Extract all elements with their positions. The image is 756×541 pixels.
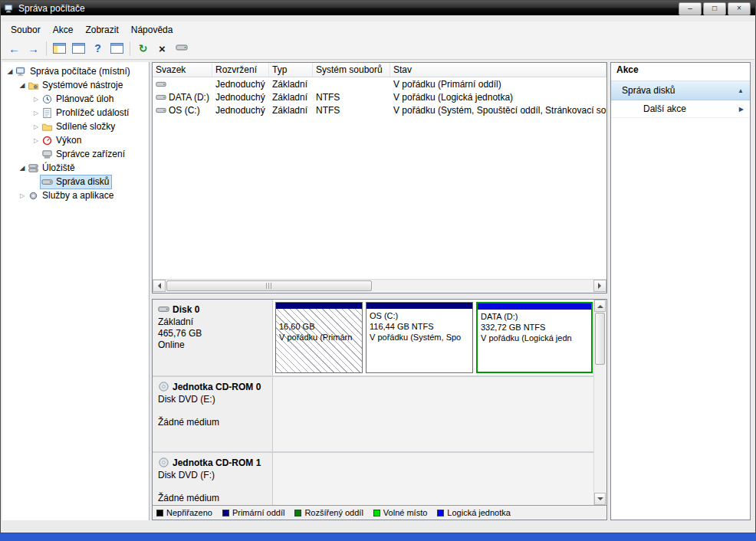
cdrom1-header[interactable]: Jednotka CD-ROM 1 Disk DVD (F:) Žádné mé… bbox=[153, 453, 273, 505]
scroll-right-button[interactable] bbox=[593, 280, 606, 292]
computer-icon bbox=[15, 66, 27, 77]
taskbar-strip bbox=[0, 533, 756, 541]
action-label: Správa disků bbox=[622, 85, 675, 96]
tree-item-label: Úložiště bbox=[42, 162, 75, 173]
menu-napoveda[interactable]: Nápověda bbox=[125, 22, 179, 38]
legend-label: Rozšířený oddíl bbox=[304, 508, 363, 517]
menu-zobrazit[interactable]: Zobrazit bbox=[79, 22, 124, 38]
scrollbar-track[interactable] bbox=[166, 280, 593, 293]
maximize-button[interactable]: □ bbox=[703, 2, 726, 15]
toolbar-separator bbox=[130, 41, 130, 56]
scroll-up-button[interactable] bbox=[594, 300, 606, 312]
tree-collapse-icon[interactable]: ▷ bbox=[31, 96, 41, 103]
primary-partition-bar bbox=[366, 303, 472, 309]
cdrom0-header[interactable]: Jednotka CD-ROM 0 Disk DVD (E:) Žádné mé… bbox=[153, 377, 273, 451]
column-header-system-souboru[interactable]: Systém souborů bbox=[313, 63, 390, 77]
volume-fs: NTFS bbox=[313, 105, 390, 116]
tree-item-prohlizec-udalosti[interactable]: ▷ Prohlížeč událostí bbox=[2, 106, 149, 120]
partition-status: V pořádku (Systém, Spo bbox=[370, 332, 469, 343]
close-button[interactable]: × bbox=[728, 2, 751, 15]
tree-expand-icon[interactable]: ◢ bbox=[18, 164, 27, 172]
tree-item-systemove-nastroje[interactable]: ◢ Systémové nástroje bbox=[2, 78, 149, 92]
horizontal-scrollbar[interactable] bbox=[153, 279, 606, 293]
tree-item-vykon[interactable]: ▷ Výkon bbox=[2, 133, 149, 147]
tree-collapse-icon[interactable]: ▷ bbox=[18, 192, 27, 199]
volume-row-data-d[interactable]: DATA (D:) Jednoduchý Základní NTFS V poř… bbox=[153, 90, 606, 103]
scroll-right-icon bbox=[598, 283, 604, 289]
volume-row-os-c[interactable]: OS (C:) Jednoduchý Základní NTFS V pořád… bbox=[153, 103, 606, 116]
collapse-chevron-icon[interactable]: ▲ bbox=[738, 87, 744, 94]
extended-partition-swatch-icon bbox=[294, 510, 301, 516]
scrollbar-thumb[interactable] bbox=[595, 313, 605, 365]
scroll-down-icon bbox=[597, 497, 603, 503]
tree-item-sluzby-a-aplikace[interactable]: ▷ Služby a aplikace bbox=[2, 189, 149, 202]
back-button[interactable]: ← bbox=[5, 40, 23, 57]
show-console-tree-button[interactable] bbox=[51, 40, 68, 57]
delete-button[interactable]: × bbox=[153, 40, 171, 57]
disk0-header[interactable]: Disk 0 Základní 465,76 GB Online bbox=[153, 300, 273, 375]
partition-os-c[interactable]: OS (C:) 116,44 GB NTFS V pořádku (Systém… bbox=[366, 302, 473, 373]
tree-collapse-icon[interactable]: ▷ bbox=[31, 110, 41, 116]
partition-size: 332,72 GB NTFS bbox=[481, 322, 588, 333]
hard-disk-icon bbox=[158, 303, 169, 315]
cd-rom-icon bbox=[158, 381, 169, 392]
tree-item-label: Správa disků bbox=[56, 176, 109, 187]
tree-item-planovac-uloh[interactable]: ▷ Plánovač úloh bbox=[2, 92, 149, 106]
column-header-svazek[interactable]: Svazek bbox=[153, 63, 212, 77]
action-dalsi-akce[interactable]: Další akce ▶ bbox=[611, 100, 750, 118]
volume-fs: NTFS bbox=[313, 92, 390, 103]
show-action-pane-button[interactable] bbox=[108, 40, 126, 57]
tree-item-sprava-disku[interactable]: Správa disků bbox=[2, 175, 149, 189]
legend-item-logicka-jednotka: Logická jednotka bbox=[437, 508, 511, 517]
tree-item-sdilene-slozky[interactable]: ▷ Sdílené složky bbox=[2, 120, 149, 133]
forward-button[interactable]: → bbox=[25, 40, 42, 57]
partition-data-d[interactable]: DATA (D:) 332,72 GB NTFS V pořádku (Logi… bbox=[476, 302, 593, 373]
vertical-scrollbar[interactable] bbox=[593, 300, 606, 505]
caption-buttons: – □ × bbox=[679, 2, 751, 15]
tree-collapse-icon[interactable]: ▷ bbox=[31, 137, 41, 144]
tree-item-label: Plánovač úloh bbox=[56, 93, 113, 104]
refresh-button[interactable]: ↻ bbox=[134, 40, 152, 57]
disk-type: Disk DVD (E:) bbox=[158, 394, 267, 405]
primary-partition-swatch-icon bbox=[222, 510, 229, 516]
disk-rows: Disk 0 Základní 465,76 GB Online 16,60 G… bbox=[153, 300, 594, 505]
action-sprava-disku[interactable]: Správa disků ▲ bbox=[611, 81, 750, 100]
menu-soubor[interactable]: Soubor bbox=[5, 22, 47, 38]
tree-expand-icon[interactable]: ◢ bbox=[5, 67, 15, 75]
volume-row-unnamed[interactable]: Jednoduchý Základní V pořádku (Primární … bbox=[153, 77, 606, 90]
volume-status: V pořádku (Logická jednotka) bbox=[390, 92, 606, 103]
scroll-down-button[interactable] bbox=[594, 493, 606, 505]
partition-size: 16,60 GB bbox=[279, 321, 359, 332]
scrollbar-thumb[interactable] bbox=[166, 280, 372, 291]
volume-layout: Jednoduchý bbox=[212, 79, 269, 90]
cdrom1-media-area[interactable] bbox=[273, 453, 594, 505]
show-window-button[interactable] bbox=[70, 40, 87, 57]
column-header-stav[interactable]: Stav bbox=[390, 63, 606, 77]
disk-row-disk0: Disk 0 Základní 465,76 GB Online 16,60 G… bbox=[153, 300, 594, 377]
cd-rom-icon bbox=[158, 457, 169, 468]
tree-expand-icon[interactable]: ◢ bbox=[18, 81, 27, 89]
cdrom0-media-area[interactable] bbox=[273, 377, 594, 451]
tree-item-uloziste[interactable]: ◢ Úložiště bbox=[2, 161, 149, 175]
logical-drive-swatch-icon bbox=[437, 510, 444, 516]
menu-akce[interactable]: Akce bbox=[47, 22, 80, 38]
minimize-button[interactable]: – bbox=[679, 2, 702, 15]
tree-item-label: Správce zařízení bbox=[56, 149, 125, 159]
menu-bar: Soubor Akce Zobrazit Nápověda bbox=[2, 21, 754, 38]
scroll-left-button[interactable] bbox=[153, 280, 166, 292]
column-header-rozvrzeni[interactable]: Rozvržení bbox=[212, 63, 269, 77]
help-button[interactable]: ? bbox=[89, 40, 107, 57]
disk-status: Žádné médium bbox=[158, 417, 267, 428]
actions-title: Akce bbox=[611, 63, 750, 81]
disk-properties-button[interactable] bbox=[173, 40, 190, 57]
legend-item-volne-misto: Volné místo bbox=[373, 508, 427, 517]
tree-item-sprava-pocitace[interactable]: ◢ Správa počítače (místní) bbox=[2, 64, 149, 78]
performance-icon bbox=[41, 135, 53, 146]
partition-status: V pořádku (Logická jedn bbox=[481, 333, 588, 343]
column-header-typ[interactable]: Typ bbox=[269, 63, 313, 77]
tree-item-spravce-zarizeni[interactable]: Správce zařízení bbox=[2, 147, 149, 161]
disk-management-icon bbox=[41, 176, 53, 188]
tree-collapse-icon[interactable]: ▷ bbox=[31, 123, 41, 130]
partition-recovery[interactable]: 16,60 GB V pořádku (Primárn bbox=[275, 302, 363, 373]
legend-item-neprirazeno: Nepřiřazeno bbox=[156, 508, 212, 517]
